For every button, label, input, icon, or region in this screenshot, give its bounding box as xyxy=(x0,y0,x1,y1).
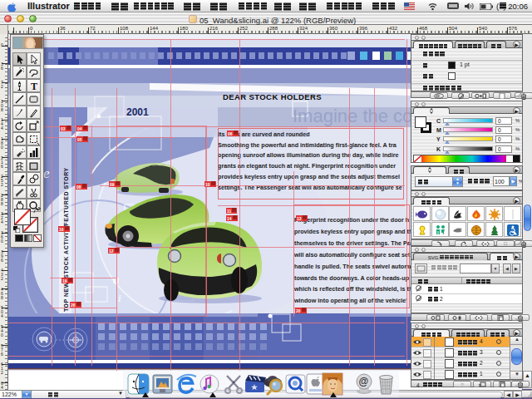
svg-text:@: @ xyxy=(359,376,369,387)
svg-text:e: e xyxy=(43,165,50,181)
svg-text:T: T xyxy=(31,81,37,91)
